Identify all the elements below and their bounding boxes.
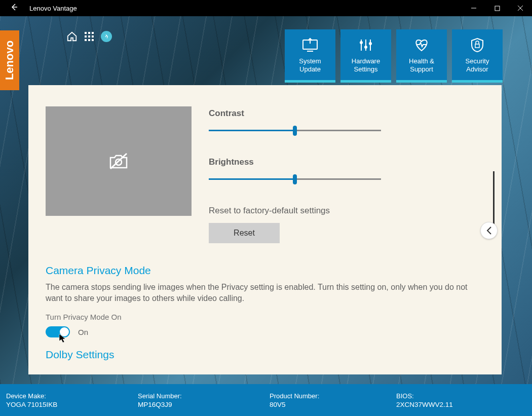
home-icon — [66, 31, 78, 42]
privacy-mode-description: The camera stops sending live images whe… — [46, 282, 481, 304]
account-button[interactable] — [100, 30, 112, 43]
hardware-settings-icon — [358, 36, 373, 54]
scrollbar[interactable] — [493, 171, 495, 227]
brightness-slider[interactable] — [209, 178, 381, 180]
svg-rect-7 — [85, 35, 87, 37]
svg-rect-9 — [92, 35, 94, 37]
nav-tiles: System Update Hardware Settings Health &… — [285, 29, 503, 80]
minimize-button[interactable] — [462, 0, 485, 16]
close-button[interactable] — [509, 0, 532, 16]
camera-disabled-icon — [108, 153, 129, 170]
reset-caption: Reset to factory-default settings — [209, 206, 484, 216]
back-button[interactable] — [4, 3, 24, 13]
serial-number-value: MP16Q3J9 — [138, 401, 270, 408]
status-footer: Device Make: YOGA 71015IKB Serial Number… — [0, 384, 532, 416]
bios-label: BIOS: — [396, 392, 526, 400]
privacy-toggle-state: On — [78, 328, 88, 336]
window-title: Lenovo Vantage — [29, 5, 77, 12]
svg-rect-11 — [88, 39, 90, 41]
device-make-value: YOGA 71015IKB — [6, 401, 138, 408]
brightness-label: Brightness — [209, 157, 484, 167]
privacy-toggle-label: Turn Privacy Mode On — [46, 313, 484, 321]
lenovo-logo: Lenovo — [0, 30, 19, 90]
product-number-label: Product Number: — [270, 392, 396, 400]
health-support-icon — [413, 36, 430, 54]
chevron-left-icon — [485, 226, 492, 235]
svg-rect-1 — [495, 6, 500, 11]
svg-rect-8 — [88, 35, 90, 37]
tile-security-advisor[interactable]: Security Advisor — [452, 29, 503, 80]
tile-health-support[interactable]: Health & Support — [396, 29, 447, 80]
svg-rect-12 — [92, 39, 94, 41]
svg-rect-5 — [88, 32, 90, 34]
home-button[interactable] — [66, 30, 78, 43]
tile-label: Hardware Settings — [352, 57, 380, 73]
maximize-button[interactable] — [485, 0, 509, 16]
user-circle-icon — [101, 31, 112, 42]
security-advisor-icon — [470, 36, 484, 54]
svg-rect-6 — [92, 32, 94, 34]
titlebar: Lenovo Vantage — [0, 0, 532, 16]
tile-label: Health & Support — [409, 57, 434, 73]
product-number-value: 80V5 — [270, 401, 396, 408]
svg-rect-21 — [475, 44, 479, 48]
tile-system-update[interactable]: System Update — [285, 29, 335, 80]
grid-icon — [84, 31, 94, 42]
contrast-label: Contrast — [209, 108, 484, 119]
tile-label: Security Advisor — [466, 57, 489, 73]
device-make-label: Device Make: — [6, 392, 138, 400]
reset-button[interactable]: Reset — [209, 223, 280, 243]
camera-preview — [46, 106, 192, 216]
tile-hardware-settings[interactable]: Hardware Settings — [340, 29, 391, 80]
privacy-mode-title: Camera Privacy Mode — [46, 264, 484, 277]
svg-point-20 — [369, 42, 372, 45]
apps-button[interactable] — [83, 30, 95, 43]
system-update-icon — [301, 36, 319, 54]
back-arrow-icon — [10, 3, 18, 11]
svg-rect-10 — [85, 39, 87, 41]
svg-rect-4 — [85, 32, 87, 34]
contrast-slider[interactable] — [209, 130, 381, 132]
bios-value: 2XCN37WWV2.11 — [396, 401, 526, 408]
tile-label: System Update — [299, 57, 321, 73]
privacy-toggle[interactable] — [46, 326, 70, 337]
lenovo-logo-text: Lenovo — [3, 41, 16, 80]
collapse-button[interactable] — [480, 222, 498, 239]
dolby-settings-title: Dolby Settings — [46, 349, 484, 361]
settings-panel: Contrast Brightness Reset to factory-def… — [28, 85, 502, 374]
serial-number-label: Serial Number: — [138, 392, 270, 400]
svg-point-18 — [364, 46, 367, 49]
svg-point-16 — [360, 41, 363, 44]
